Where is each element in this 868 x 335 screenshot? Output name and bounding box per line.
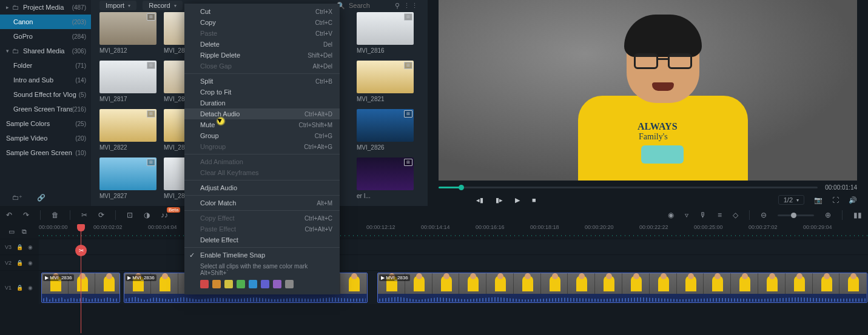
media-thumbnail[interactable]: ⊞MVI_2826 <box>357 109 414 151</box>
sidebar-item-green-screen[interactable]: Green Screen Trans (216) <box>0 102 91 116</box>
menu-item-duration[interactable]: Duration <box>184 98 340 108</box>
magnet-icon[interactable]: ⧉ <box>22 228 27 236</box>
scrub-track[interactable] <box>439 187 818 188</box>
menu-item-crop-to-fit[interactable]: Crop to Fit <box>184 87 340 98</box>
zoom-out-icon[interactable]: ⊖ <box>761 211 767 219</box>
menu-item-mute[interactable]: MuteCtrl+Shift+M <box>184 119 340 130</box>
add-to-timeline-icon[interactable]: ⊞ <box>147 13 155 21</box>
lock-icon[interactable]: 🔒 <box>16 244 23 250</box>
new-folder-icon[interactable]: 🗀⁺ <box>12 194 22 206</box>
fullscreen-icon[interactable]: ⛶ <box>832 196 839 204</box>
color-swatch[interactable] <box>200 280 209 288</box>
menu-item-enable-timeline-snap[interactable]: ✓Enable Timeline Snap <box>184 250 340 260</box>
zoom-in-icon[interactable]: ⊕ <box>825 211 831 219</box>
media-thumbnail[interactable]: ⊞MVI_2827 <box>99 158 156 199</box>
track-body[interactable]: ▶ MVI_2836▶ MVI_2836▶ MVI_2836 <box>39 271 868 304</box>
color-swatch[interactable] <box>261 280 269 288</box>
clip-counter[interactable]: 1/2 ▾ <box>778 195 804 205</box>
lock-icon[interactable]: 🔒 <box>16 260 23 266</box>
import-button[interactable]: Import ▾ <box>99 1 136 10</box>
menu-item-group[interactable]: GroupCtrl+G <box>184 130 340 141</box>
eye-icon[interactable]: ◉ <box>28 285 33 291</box>
sidebar-item-canon[interactable]: Canon (203) <box>0 15 91 29</box>
media-thumbnail[interactable]: ⊞MVI_2821 <box>357 61 414 102</box>
color-swatch[interactable] <box>273 280 281 288</box>
keyframe-icon[interactable]: ◇ <box>733 211 738 219</box>
playhead-handle[interactable] <box>77 224 85 231</box>
menu-item-detach-audio[interactable]: Detach AudioCtrl+Alt+D <box>184 108 340 119</box>
sidebar-item-project-media[interactable]: ▸ 🗀 Project Media (487) <box>0 0 91 15</box>
media-thumbnail[interactable]: ⊞MVI_2822 <box>99 109 156 151</box>
eye-icon[interactable]: ◉ <box>28 260 33 266</box>
stop-button[interactable]: ■ <box>532 196 536 204</box>
add-to-timeline-icon[interactable]: ⊞ <box>147 159 155 166</box>
color-swatch[interactable] <box>249 280 257 288</box>
zoom-slider[interactable] <box>778 214 814 216</box>
menu-item-copy[interactable]: CopyCtrl+C <box>184 17 340 28</box>
speed-icon[interactable]: ⟳ <box>98 211 104 219</box>
record-button[interactable]: Record ▾ <box>143 1 182 10</box>
sidebar-item-shared-media[interactable]: ▾ 🗀 Shared Media (306) <box>0 44 91 58</box>
add-to-timeline-icon[interactable]: ⊞ <box>147 62 155 69</box>
add-to-timeline-icon[interactable]: ⊞ <box>147 110 155 118</box>
voiceover-icon[interactable]: 🎙 <box>699 211 707 219</box>
menu-item-cut[interactable]: CutCtrl+X <box>184 6 340 17</box>
add-to-timeline-icon[interactable]: ⊞ <box>404 13 412 21</box>
sidebar-item-sample-video[interactable]: Sample Video (20) <box>0 131 91 145</box>
render-icon[interactable]: ◉ <box>668 211 674 219</box>
link-icon[interactable]: 🔗 <box>37 194 45 206</box>
step-back-button[interactable]: ◂▮ <box>476 196 483 204</box>
more-icon[interactable]: ⋮⋮ <box>403 2 419 10</box>
delete-icon[interactable]: 🗑 <box>52 211 59 219</box>
track-body[interactable] <box>39 239 868 254</box>
sidebar-item-intro-sub[interactable]: Intro and Sub (14) <box>0 73 91 87</box>
eye-icon[interactable]: ◉ <box>28 244 33 250</box>
menu-item-adjust-audio[interactable]: Adjust Audio <box>184 182 340 193</box>
undo-icon[interactable]: ↶ <box>6 211 12 219</box>
filter-icon[interactable]: ⚲ <box>395 2 400 10</box>
lock-icon[interactable]: 🔒 <box>16 285 23 291</box>
crop-icon[interactable]: ⊡ <box>127 211 133 219</box>
sidebar-item-sample-colors[interactable]: Sample Colors (25) <box>0 116 91 131</box>
sidebar-item-gopro[interactable]: GoPro (284) <box>0 29 91 44</box>
add-to-timeline-icon[interactable]: ⊞ <box>404 62 412 69</box>
preview-scrubber[interactable]: 00:00:01:14 <box>439 183 857 191</box>
add-to-timeline-icon[interactable]: ⊞ <box>404 159 412 166</box>
color-icon[interactable]: ◑ <box>144 211 150 219</box>
marker-icon[interactable]: ▿ <box>685 211 688 219</box>
snapshot-icon[interactable]: 📷 <box>814 196 823 204</box>
sidebar-item-sound-effect[interactable]: Sound Effect for Vlog (5) <box>0 87 91 102</box>
timeline-clip[interactable]: ▶ MVI_2836 <box>377 273 867 303</box>
track-manage-icon[interactable]: ▭ <box>8 228 15 236</box>
step-forward-button[interactable]: ▮▸ <box>496 196 503 204</box>
preview-video[interactable]: ALWAYS Family's <box>439 0 857 181</box>
menu-item-delete-effect[interactable]: Delete Effect <box>184 234 340 245</box>
search-input[interactable] <box>349 2 391 9</box>
color-swatch[interactable] <box>212 280 221 288</box>
color-swatch[interactable] <box>285 280 294 288</box>
volume-icon[interactable]: 🔊 <box>849 196 857 204</box>
sidebar-item-folder[interactable]: Folder (71) <box>0 58 91 73</box>
media-thumbnail[interactable]: ⊞MVI_2816 <box>357 12 414 54</box>
color-swatch[interactable] <box>224 280 233 288</box>
color-swatch[interactable] <box>237 280 245 288</box>
timeline-options-icon[interactable]: ▮▮ <box>853 211 862 219</box>
menu-item-delete[interactable]: DeleteDel <box>184 39 340 50</box>
play-button[interactable]: ▶ <box>515 196 520 204</box>
mixer-icon[interactable]: ≡ <box>718 211 722 219</box>
split-icon[interactable]: ✂ <box>81 211 87 219</box>
menu-item-split[interactable]: SplitCtrl+B <box>184 76 340 87</box>
playhead-split-icon[interactable]: ✂ <box>75 245 87 256</box>
timeline-ruler[interactable]: 00:00:00:0000:00:02:0200:00:04:0400:00:1… <box>39 224 868 239</box>
track-body[interactable] <box>39 255 868 270</box>
timeline-playhead[interactable]: ✂ <box>81 224 81 333</box>
media-thumbnail[interactable]: ⊞er I... <box>357 158 414 199</box>
add-to-timeline-icon[interactable]: ⊞ <box>404 110 412 118</box>
media-thumbnail[interactable]: ⊞MVI_2817 <box>99 61 156 102</box>
sidebar-item-sample-green[interactable]: Sample Green Screen (10) <box>0 145 91 160</box>
audio-icon[interactable]: ♪♪ <box>161 211 168 219</box>
menu-item-color-match[interactable]: Color MatchAlt+M <box>184 197 340 208</box>
menu-item-ripple-delete[interactable]: Ripple DeleteShift+Del <box>184 50 340 61</box>
media-thumbnail[interactable]: ⊞MVI_2812 <box>99 12 156 54</box>
redo-icon[interactable]: ↷ <box>23 211 29 219</box>
